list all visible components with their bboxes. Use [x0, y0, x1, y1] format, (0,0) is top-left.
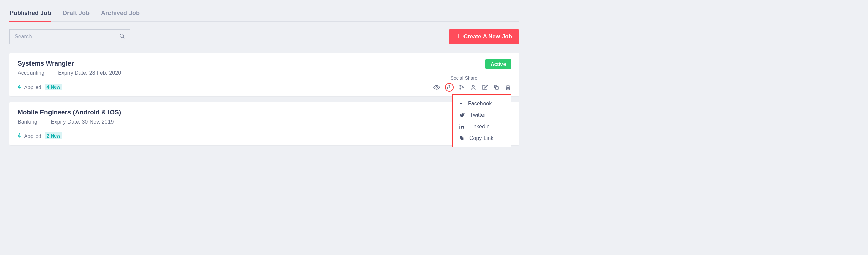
create-job-label: Create A New Job: [463, 33, 512, 40]
share-linkedin-label: Linkedin: [469, 124, 490, 130]
edit-icon[interactable]: [481, 84, 488, 91]
search-icon[interactable]: [119, 33, 125, 40]
tab-published[interactable]: Published Job: [9, 7, 51, 21]
tab-archived[interactable]: Archived Job: [101, 7, 140, 21]
action-area: Social Share: [433, 75, 511, 92]
copy-icon[interactable]: [493, 84, 500, 91]
job-card: Mobile Engineers (Android & iOS) Banking…: [9, 102, 519, 145]
search-container: [9, 29, 130, 44]
share-facebook-label: Facebook: [468, 101, 492, 107]
eye-icon[interactable]: [433, 84, 440, 91]
job-expiry: Expiry Date: 30 Nov, 2019: [51, 119, 114, 125]
social-share-label: Social Share: [433, 75, 511, 81]
pipeline-icon[interactable]: [458, 84, 465, 91]
trash-icon[interactable]: [505, 84, 511, 91]
svg-point-8: [472, 85, 474, 87]
share-popup: Facebook Twitter Linkedin Copy Link: [452, 94, 511, 147]
job-expiry: Expiry Date: 28 Feb, 2020: [58, 70, 121, 76]
job-card: Systems Wrangler Accounting Expiry Date:…: [9, 53, 519, 96]
applied-label: Applied: [24, 133, 41, 139]
svg-rect-9: [496, 87, 498, 89]
plus-icon: [456, 33, 461, 40]
user-icon[interactable]: [470, 84, 477, 91]
applied-count: 4: [18, 84, 21, 90]
new-badge[interactable]: 2 New: [45, 132, 62, 139]
share-copy-label: Copy Link: [469, 135, 493, 141]
job-category: Banking: [18, 119, 37, 125]
svg-point-11: [459, 124, 460, 125]
svg-point-5: [460, 85, 461, 86]
applied-label: Applied: [24, 84, 41, 90]
job-title[interactable]: Systems Wrangler: [18, 60, 511, 67]
svg-point-6: [460, 88, 461, 89]
svg-point-7: [463, 87, 464, 88]
job-category: Accounting: [18, 70, 44, 76]
job-meta: Banking Expiry Date: 30 Nov, 2019: [18, 119, 511, 125]
svg-rect-10: [459, 126, 460, 129]
job-tabs: Published Job Draft Job Archived Job: [9, 7, 519, 22]
applied-row: 4 Applied 2 New: [18, 132, 511, 139]
svg-point-4: [436, 87, 438, 88]
create-job-button[interactable]: Create A New Job: [449, 29, 519, 44]
job-title[interactable]: Mobile Engineers (Android & iOS): [18, 109, 511, 116]
share-twitter[interactable]: Twitter: [453, 109, 511, 121]
toolbar: Create A New Job: [9, 29, 519, 44]
share-linkedin[interactable]: Linkedin: [453, 121, 511, 132]
share-twitter-label: Twitter: [470, 112, 486, 118]
status-badge: Active: [485, 59, 511, 69]
svg-line-1: [123, 37, 124, 38]
search-input[interactable]: [15, 34, 119, 40]
new-badge[interactable]: 4 New: [45, 84, 62, 90]
share-icon[interactable]: [445, 83, 454, 92]
share-facebook[interactable]: Facebook: [453, 98, 511, 109]
tab-draft[interactable]: Draft Job: [63, 7, 90, 21]
applied-count: 4: [18, 132, 21, 139]
action-icons: [433, 83, 511, 92]
share-copy-link[interactable]: Copy Link: [453, 132, 511, 144]
